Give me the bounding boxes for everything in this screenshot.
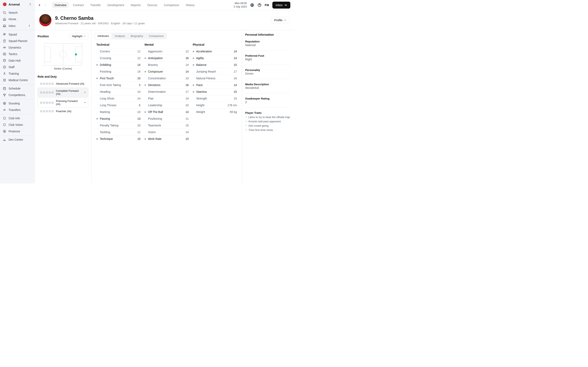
sidebar-item-dynamics[interactable]: Dynamics (0, 44, 35, 51)
attr-row[interactable]: Passing13 (94, 115, 143, 122)
tab-transfer[interactable]: Transfer (87, 2, 104, 8)
attr-row[interactable]: Pace14 (191, 82, 239, 88)
role-pressing-forward-at-[interactable]: Pressing Forward (At) (38, 98, 88, 108)
sidebar-item-competitions[interactable]: Competitions (0, 92, 35, 98)
attr-row[interactable]: Aggression12 (143, 48, 191, 55)
role-poacher-at-[interactable]: Poacher (At) (38, 108, 88, 115)
tab-discuss[interactable]: Discuss (145, 2, 160, 8)
attr-name: Flair (148, 97, 184, 100)
sidebar-item-squad[interactable]: Squad (0, 31, 35, 38)
attr-row[interactable]: Off The Ball14 (143, 108, 191, 115)
attr-row[interactable]: Vision14 (143, 129, 191, 135)
nav-back-button[interactable] (37, 2, 43, 8)
attr-row[interactable]: Strength15 (191, 95, 239, 102)
tab-history[interactable]: History (183, 2, 198, 8)
attr-row[interactable]: Penalty Taking15 (94, 122, 143, 129)
sidebar-item-club-vision[interactable]: Club Vision (0, 122, 35, 128)
attr-name: Agility (196, 57, 232, 60)
trait-item: Get crowd going (245, 124, 291, 128)
attr-row[interactable]: Decisions16 (143, 82, 191, 88)
tab-development[interactable]: Development (105, 2, 127, 8)
attr-row[interactable]: Heading14 (94, 88, 143, 95)
tab-contract[interactable]: Contract (70, 2, 86, 8)
highlight-button[interactable]: Highlight (69, 33, 88, 39)
sidebar-item-club-info[interactable]: Club Info (0, 115, 35, 122)
sidebar-item-dev-centre[interactable]: Dev Centre (0, 136, 35, 143)
attr-row[interactable]: Height178 cm (191, 102, 239, 108)
help-icon[interactable] (258, 3, 261, 7)
star-icon (40, 101, 43, 104)
attr-row[interactable]: Positioning11 (143, 115, 191, 122)
attr-row[interactable]: Leadership10 (143, 102, 191, 108)
sidebar-item-tactics[interactable]: Tactics (0, 51, 35, 57)
center-tab-comparison[interactable]: Comparison (146, 33, 166, 39)
attr-row[interactable]: Teamwork15 (143, 122, 191, 129)
attr-row[interactable]: Work Rate15 (143, 135, 191, 142)
attr-row[interactable]: Long Throws6 (94, 102, 143, 108)
attr-row[interactable]: Jumping Reach17 (191, 68, 239, 75)
key-dot-icon (193, 91, 194, 92)
attr-row[interactable]: Technique15 (94, 135, 143, 142)
attr-row[interactable]: First Touch15 (94, 75, 143, 82)
globe-icon[interactable] (250, 3, 254, 7)
center-tab-biography[interactable]: Biography (128, 33, 146, 39)
tab-overview[interactable]: Overview (52, 2, 69, 8)
sidebar-item-staff[interactable]: Staff (0, 64, 35, 70)
tab-reports[interactable]: Reports (128, 2, 143, 8)
attr-row[interactable]: Crossing12 (94, 55, 143, 61)
star-icon (43, 82, 45, 85)
role-complete-forward-at-[interactable]: Complete Forward (At) (38, 87, 88, 97)
attr-row[interactable]: Anticipation16 (143, 55, 191, 61)
attr-row[interactable]: Balance15 (191, 61, 239, 68)
sidebar-item-data-hub[interactable]: Data Hub (0, 57, 35, 64)
sidebar-item-schedule[interactable]: Schedule (0, 85, 35, 92)
nav-forward-button[interactable] (43, 2, 49, 8)
attr-value: 15 (184, 137, 189, 141)
attr-row[interactable]: Composure14 (143, 68, 191, 75)
sidebar-item-finances[interactable]: Finances (0, 128, 35, 134)
position-dot-icon (75, 53, 77, 55)
attr-row[interactable]: Flair14 (143, 95, 191, 102)
attr-row[interactable]: Finishing14 (94, 68, 143, 75)
attr-row[interactable]: Long Shots14 (94, 95, 143, 102)
attr-name: Penalty Taking (100, 124, 136, 127)
attr-row[interactable]: Weight69 kg (191, 108, 239, 115)
star-icon (48, 101, 51, 104)
attr-row[interactable]: Free Kick Taking9 (94, 82, 143, 88)
key-dot-icon (145, 58, 146, 59)
attr-row[interactable]: Dribbling14 (94, 61, 143, 68)
attr-name: Aggression (148, 50, 184, 53)
role-advanced-forward-at-[interactable]: Advanced Forward (At) (38, 80, 88, 87)
star-icon (43, 101, 45, 104)
attr-row[interactable]: Marking10 (94, 108, 143, 115)
center-tab-analysis[interactable]: Analysis (112, 33, 127, 39)
attr-row[interactable]: Agility14 (191, 55, 239, 61)
sidebar-item-search[interactable]: Search (0, 9, 35, 16)
attr-row[interactable]: Bravery14 (143, 61, 191, 68)
sidebar-item-scouting[interactable]: Scouting (0, 100, 35, 107)
profile-button[interactable]: Profile (271, 17, 290, 24)
tab-comparison[interactable]: Comparison (161, 2, 182, 8)
sidebar-item-transfers[interactable]: Transfers (0, 107, 35, 113)
attr-row[interactable]: Acceleration14 (191, 48, 239, 55)
sidebar-item-inbox[interactable]: Inbox5 (0, 22, 35, 29)
attr-row[interactable]: Tackling11 (94, 129, 143, 135)
attr-row[interactable]: Natural Fitness16 (191, 75, 239, 82)
users-icon (3, 33, 6, 36)
attr-row[interactable]: Concentration13 (143, 75, 191, 82)
pitch-diagram (44, 43, 82, 66)
inbox-button[interactable]: Inbox (272, 2, 290, 8)
attr-row[interactable]: Stamina15 (191, 88, 239, 95)
role-stars (40, 101, 54, 104)
attr-row[interactable]: Corners11 (94, 48, 143, 55)
sidebar-item-training[interactable]: Training (0, 70, 35, 77)
role-stars (40, 91, 54, 94)
database-icon (3, 59, 6, 62)
center-tab-attributes[interactable]: Attributes (95, 33, 112, 39)
sidebar-item-squad-planner[interactable]: Squad Planner (0, 38, 35, 44)
sidebar-item-home[interactable]: Home (0, 16, 35, 22)
sidebar-item-medical-centre[interactable]: Medical Centre (0, 77, 35, 83)
key-dot-icon (193, 64, 194, 66)
club-selector[interactable]: Arsenal (0, 0, 35, 8)
attr-row[interactable]: Determination17 (143, 88, 191, 95)
